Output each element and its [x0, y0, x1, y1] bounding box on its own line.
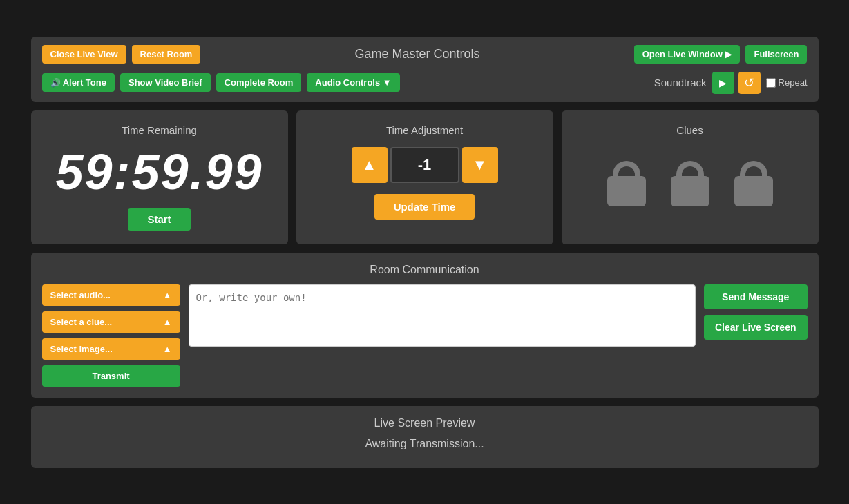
time-adj-value: -1: [390, 147, 459, 183]
time-remaining-card: Time Remaining 59:59.99 Start: [31, 110, 288, 244]
soundtrack-label: Soundtrack: [654, 77, 707, 88]
time-adjustment-card: Time Adjustment -1 Update Time: [296, 110, 553, 244]
dropdown-arrow-icon: ▼: [383, 77, 392, 88]
middle-section: Time Remaining 59:59.99 Start Time Adjus…: [31, 110, 819, 244]
open-live-window-button[interactable]: Open Live Window ▶: [634, 45, 741, 64]
repeat-checkbox[interactable]: [766, 78, 776, 88]
top-bar-left: Close Live View Reset Room: [42, 45, 201, 64]
live-preview-status: Awaiting Transmission...: [365, 438, 484, 450]
time-decrement-button[interactable]: [462, 147, 498, 183]
alert-tone-button[interactable]: Alert Tone: [42, 73, 115, 92]
select-clue-label: Select a clue...: [50, 317, 113, 327]
room-comm-actions: Send Message Clear Live Screen: [704, 284, 808, 340]
clear-live-screen-button[interactable]: Clear Live Screen: [704, 315, 808, 340]
clues-label: Clues: [676, 124, 703, 136]
room-comm-selectors: Select audio... Select a clue... Select …: [42, 284, 180, 387]
soundtrack-play-button[interactable]: [712, 72, 734, 94]
room-comm-body: Select audio... Select a clue... Select …: [42, 284, 808, 387]
start-button[interactable]: Start: [128, 208, 190, 231]
select-image-button[interactable]: Select image...: [42, 338, 180, 360]
time-adj-controls: -1: [352, 147, 498, 183]
alert-tone-label: Alert Tone: [63, 77, 106, 88]
lock-icon-2: [665, 161, 715, 216]
main-container: Close Live View Reset Room Game Master C…: [31, 37, 819, 468]
lock-body-3: [734, 176, 773, 206]
time-remaining-label: Time Remaining: [122, 124, 197, 136]
message-textarea[interactable]: [189, 284, 696, 347]
soundtrack-section: Soundtrack Repeat: [654, 72, 808, 94]
room-communication-title: Room Communication: [42, 264, 808, 276]
toolbar-buttons: Alert Tone Show Video Brief Complete Roo…: [42, 73, 400, 92]
repeat-label[interactable]: Repeat: [766, 77, 808, 88]
fullscreen-button[interactable]: Fullscreen: [745, 45, 807, 64]
clues-locks: [602, 147, 779, 231]
select-audio-label: Select audio...: [50, 290, 111, 300]
show-video-brief-button[interactable]: Show Video Brief: [120, 73, 211, 92]
live-preview-title: Live Screen Preview: [374, 417, 475, 429]
top-bar-right: Open Live Window ▶ Fullscreen: [634, 45, 808, 64]
lock-shackle-1: [613, 161, 640, 177]
arrow-down-icon: [473, 156, 488, 174]
lock-shackle-3: [740, 161, 767, 177]
clues-card: Clues: [562, 110, 819, 244]
select-clue-button[interactable]: Select a clue...: [42, 311, 180, 333]
close-live-view-button[interactable]: Close Live View: [42, 45, 126, 64]
lock-shackle-2: [676, 161, 704, 177]
speaker-icon: [50, 77, 61, 88]
audio-dropdown-icon: [163, 290, 172, 300]
play-icon: [719, 77, 727, 88]
time-increment-button[interactable]: [352, 147, 388, 183]
page-title: Game Master Controls: [355, 47, 480, 61]
room-communication-card: Room Communication Select audio... Selec…: [31, 253, 819, 398]
lock-icon-1: [602, 161, 651, 216]
arrow-up-icon: [362, 156, 377, 174]
image-dropdown-icon: [163, 344, 172, 354]
update-time-button[interactable]: Update Time: [374, 194, 475, 220]
lock-body-1: [607, 176, 646, 206]
message-area: [189, 284, 696, 349]
lock-body-2: [671, 176, 709, 206]
send-message-button[interactable]: Send Message: [704, 284, 808, 309]
top-bar: Close Live View Reset Room Game Master C…: [31, 37, 819, 102]
clue-dropdown-icon: [163, 317, 172, 327]
soundtrack-controls: [712, 72, 761, 94]
soundtrack-refresh-button[interactable]: [738, 72, 761, 94]
time-adjustment-label: Time Adjustment: [386, 124, 463, 136]
lock-icon-3: [729, 161, 779, 216]
select-image-label: Select image...: [50, 344, 113, 354]
live-screen-preview-card: Live Screen Preview Awaiting Transmissio…: [31, 406, 819, 468]
refresh-icon: [744, 75, 754, 90]
select-audio-button[interactable]: Select audio...: [42, 284, 180, 306]
transmit-button[interactable]: Transmit: [42, 365, 180, 387]
top-bar-row2: Alert Tone Show Video Brief Complete Roo…: [42, 72, 808, 94]
audio-controls-label: Audio Controls: [315, 77, 380, 88]
top-bar-row1: Close Live View Reset Room Game Master C…: [42, 45, 808, 64]
reset-room-button[interactable]: Reset Room: [132, 45, 201, 64]
time-display: 59:59.99: [55, 147, 263, 197]
complete-room-button[interactable]: Complete Room: [216, 73, 302, 92]
audio-controls-button[interactable]: Audio Controls ▼: [307, 73, 399, 92]
